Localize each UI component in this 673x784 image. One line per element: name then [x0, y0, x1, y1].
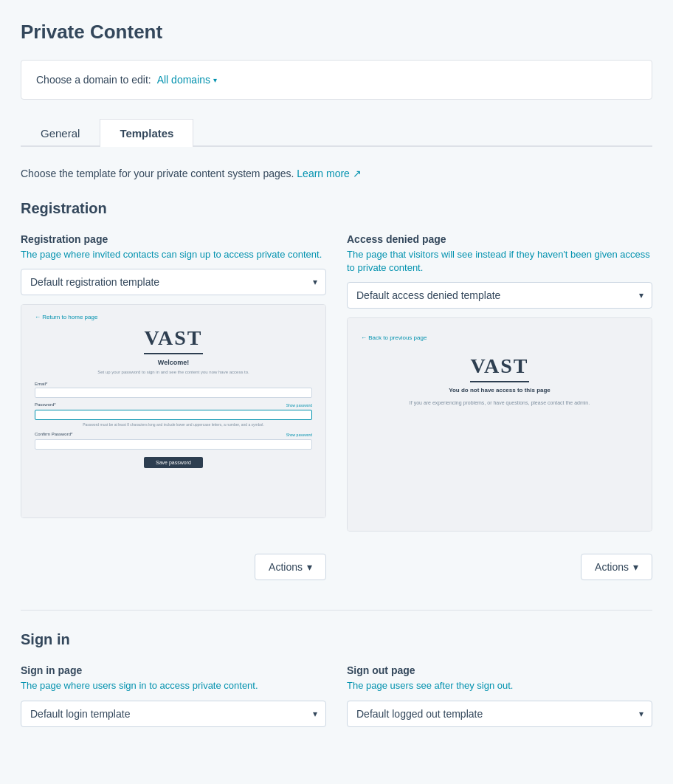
- external-link-icon: ↗: [353, 168, 362, 179]
- preview-show-confirm: Show password: [286, 433, 312, 437]
- preview-confirm-input: [35, 439, 312, 450]
- access-denied-page-desc: The page that visitors will see instead …: [347, 248, 652, 275]
- registration-two-col: Registration page The page where invited…: [21, 233, 652, 532]
- registration-actions-button[interactable]: Actions ▾: [255, 554, 326, 580]
- sign-in-template-select[interactable]: Default login template: [21, 701, 326, 727]
- preview-show-pw: Show password: [286, 403, 312, 408]
- sign-out-template-select-wrapper: Default logged out template ▾: [347, 701, 652, 727]
- registration-section-title: Registration: [21, 200, 652, 217]
- access-denied-page-col: Access denied page The page that visitor…: [347, 233, 652, 532]
- preview-pw-hint: Password must be at least 8 characters l…: [83, 422, 264, 427]
- sign-out-template-select[interactable]: Default logged out template: [347, 701, 652, 727]
- access-denied-actions-chevron-icon: ▾: [633, 561, 638, 573]
- registration-actions-row: Actions ▾: [21, 554, 326, 580]
- registration-template-select[interactable]: Default registration template: [21, 269, 326, 295]
- registration-page-label: Registration page: [21, 233, 326, 245]
- access-denied-preview-inner: ← Back to previous page VAST You do not …: [348, 318, 652, 531]
- registration-page-col: Registration page The page where invited…: [21, 233, 326, 532]
- preview-access-msg: If you are experiencing problems, or hav…: [410, 399, 590, 408]
- access-denied-template-select[interactable]: Default access denied template: [347, 282, 652, 309]
- preview-access-back: ← Back to previous page: [361, 334, 427, 341]
- sign-in-page-col: Sign in page The page where users sign i…: [21, 664, 326, 735]
- domain-chevron-icon: ▾: [213, 76, 217, 84]
- preview-logo-line: [144, 353, 203, 354]
- sign-in-template-select-wrapper: Default login template ▾: [21, 701, 326, 727]
- sign-out-page-col: Sign out page The page users see after t…: [347, 664, 652, 735]
- preview-subtitle: Set up your password to sign in and see …: [97, 369, 249, 375]
- registration-actions-label: Actions: [269, 561, 303, 573]
- preview-pw-row: Password* Show password: [35, 402, 312, 408]
- sign-in-section-title: Sign in: [21, 631, 652, 648]
- sign-in-two-col: Sign in page The page where users sign i…: [21, 664, 652, 735]
- description-text: Choose the template for your private con…: [21, 168, 294, 179]
- access-denied-actions-label: Actions: [595, 561, 629, 573]
- registration-template-select-wrapper: Default registration template ▾: [21, 269, 326, 295]
- preview-back-link: ← Return to home page: [35, 314, 97, 320]
- registration-actions-grid: Actions ▾ Actions ▾: [21, 546, 652, 602]
- tabs-bar: General Templates: [21, 117, 652, 147]
- registration-preview-inner: ← Return to home page VAST Welcome! Set …: [21, 305, 325, 517]
- learn-more-link[interactable]: Learn more ↗: [297, 168, 361, 179]
- sign-out-page-desc: The page users see after they sign out.: [347, 679, 652, 692]
- description-row: Choose the template for your private con…: [21, 168, 652, 179]
- domain-bar: Choose a domain to edit: All domains ▾: [21, 60, 652, 100]
- tab-general[interactable]: General: [21, 119, 100, 147]
- domain-dropdown[interactable]: All domains ▾: [157, 74, 217, 86]
- preview-welcome: Welcome!: [158, 359, 189, 366]
- access-denied-actions-button[interactable]: Actions ▾: [581, 554, 652, 580]
- preview-email-input: [35, 388, 312, 398]
- tab-templates[interactable]: Templates: [100, 119, 193, 147]
- access-denied-actions-row: Actions ▾: [347, 554, 652, 580]
- access-denied-page-label: Access denied page: [347, 233, 652, 245]
- registration-section: Registration Registration page The page …: [21, 200, 652, 602]
- preview-access-heading: You do not have access to this page: [449, 387, 551, 393]
- page-container: Private Content Choose a domain to edit:…: [0, 0, 673, 784]
- preview-access-logo: VAST: [470, 354, 528, 378]
- preview-confirm-row: Confirm Password* Show password: [35, 432, 312, 438]
- registration-actions-chevron-icon: ▾: [307, 561, 312, 573]
- domain-bar-label: Choose a domain to edit:: [36, 74, 151, 86]
- sign-in-page-desc: The page where users sign in to access p…: [21, 679, 326, 692]
- preview-pw-label: Password*: [35, 402, 56, 407]
- preview-pw-input: [35, 410, 312, 420]
- sign-in-page-label: Sign in page: [21, 664, 326, 676]
- sign-in-section: Sign in Sign in page The page where user…: [21, 631, 652, 735]
- preview-email-label: Email*: [35, 382, 47, 386]
- domain-selected-value: All domains: [157, 74, 210, 86]
- access-denied-preview-box: ← Back to previous page VAST You do not …: [347, 317, 652, 532]
- page-title: Private Content: [21, 21, 652, 44]
- preview-confirm-label: Confirm Password*: [35, 432, 72, 436]
- preview-access-logo-line: [470, 381, 529, 382]
- sign-out-page-label: Sign out page: [347, 664, 652, 676]
- preview-save-pw-btn: Save password: [144, 457, 203, 468]
- registration-preview-box: ← Return to home page VAST Welcome! Set …: [21, 304, 326, 518]
- registration-page-desc: The page where invited contacts can sign…: [21, 248, 326, 261]
- section-divider: [21, 610, 652, 611]
- preview-reg-logo: VAST: [144, 326, 202, 350]
- access-denied-template-select-wrapper: Default access denied template ▾: [347, 282, 652, 309]
